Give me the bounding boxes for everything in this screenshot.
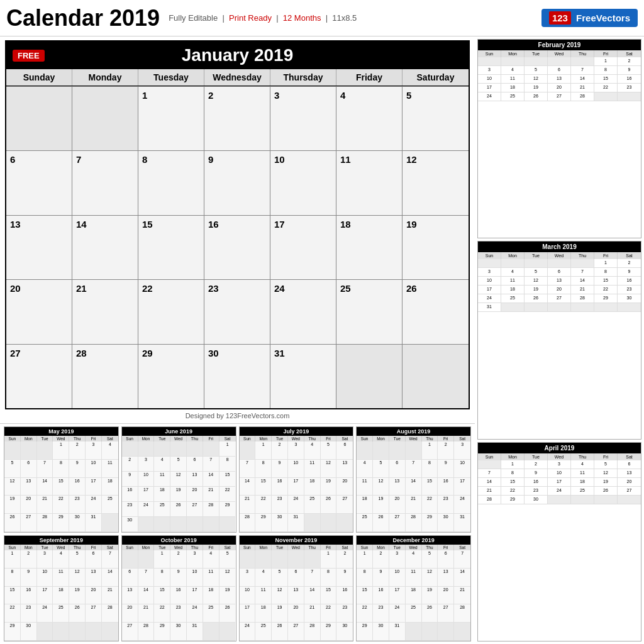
mini-cal-day: 15 [321,587,337,605]
calendar-day-cell: 31 [270,345,336,408]
small-cal-day: 25 [501,294,525,303]
mini-cal-day [102,514,118,532]
mini-cal-day: 28 [240,514,256,532]
mini-cal-day: 30 [170,623,187,641]
mini-cal-day: 13 [21,478,37,496]
mini-calendar: May 2019SunMonTueWedThuFriSat12345678910… [4,426,119,533]
small-cal-day [548,496,571,504]
mini-cal-day: 5 [170,457,187,472]
mini-cal-day: 24 [86,496,102,514]
mini-cal-day: 21 [240,496,256,514]
mini-cal-dow: SunMonTueWedThuFriSat [122,436,236,441]
mini-cal-day: 5 [69,550,86,569]
calendar-day-cell: 23 [204,280,270,343]
logo: 123 FreeVectors [541,9,638,27]
mini-calendar: September 2019SunMonTueWedThuFriSat12345… [4,535,119,641]
mini-cal-day: 13 [122,587,138,605]
small-cal-day: 23 [525,487,548,496]
mini-cal-day: 17 [240,604,256,623]
small-cal-day: 22 [501,487,525,496]
mini-cal-day: 9 [272,460,288,478]
mini-cal-day: 11 [154,472,170,487]
small-cal-day [525,259,548,268]
mini-dow-label: Tue [37,436,53,441]
small-cal-day: 7 [571,268,594,277]
logo-number: 123 [549,11,571,25]
mini-cal-day: 20 [187,487,203,502]
mini-cal-day: 20 [122,604,138,623]
mini-cal-day: 18 [357,496,373,514]
dow-label: Sat [618,252,641,259]
small-cal-day: 9 [618,66,641,75]
small-cal-day: 11 [501,75,525,84]
mini-cal-day: 2 [373,550,389,569]
calendar-day-cell: 6 [6,151,72,214]
mini-cal-day: 16 [336,587,353,605]
mini-cal-day: 25 [304,496,321,514]
small-cal-day: 18 [501,286,525,294]
mini-cal-day [154,517,170,532]
small-cal-day: 13 [548,277,571,286]
mini-cal-day: 10 [454,460,470,478]
mini-cal-body: 1234567891011121314151617181920212223242… [357,441,470,532]
mini-cal-day: 2 [122,457,138,472]
mini-cal-day [122,550,138,569]
calendar-day-cell: 21 [72,280,138,343]
mini-cal-dow: SunMonTueWedThuFriSat [4,545,118,550]
mini-cal-day: 12 [69,569,86,587]
small-cal-day: 9 [618,268,641,277]
mini-cal-day: 29 [4,623,21,641]
small-cal-day [548,303,571,312]
small-cal-day: 16 [525,478,548,487]
small-cal-day: 1 [594,259,618,268]
mini-dow-label: Fri [86,436,102,441]
mini-cal-title: November 2019 [240,536,353,545]
small-cal-day: 11 [571,469,594,478]
mini-cal-day: 26 [373,514,389,532]
mini-cal-day: 9 [438,460,454,478]
mini-cal-day: 5 [422,550,438,569]
mini-cal-day: 5 [321,441,337,460]
mini-cal-day: 30 [69,514,86,532]
small-cal-day: 22 [594,84,618,92]
calendar-day-cell [6,87,72,150]
mini-cal-day: 25 [154,502,170,517]
mini-cal-day: 28 [37,514,53,532]
mini-dow-label: Tue [154,545,170,550]
small-cal-day: 31 [478,303,501,312]
mini-cal-day: 4 [53,550,69,569]
mini-cal-day [219,517,236,532]
calendar-week-row: 12345 [6,86,469,150]
calendar-day-cell: 17 [270,216,336,279]
dow-label: Tue [525,453,548,460]
mini-dow-label: Sun [357,545,373,550]
calendar-day-cell: 28 [72,345,138,408]
dow-label: Fri [594,50,618,57]
mini-cal-day: 16 [438,478,454,496]
mini-cal-day: 29 [154,623,170,641]
mini-cal-body: 1234567891011121314151617181920212223242… [357,550,470,641]
small-cal-day: 10 [548,469,571,478]
small-cal-day [571,496,594,504]
mini-cal-day [53,623,69,641]
mini-cal-day: 16 [373,587,389,605]
mini-cal-day: 10 [187,569,203,587]
mini-cal-day [69,623,86,641]
mini-cal-day: 10 [389,569,406,587]
mini-cal-day [170,441,187,457]
mini-cal-day: 27 [288,623,304,641]
mini-cal-day: 1 [4,550,21,569]
mini-cal-day: 7 [138,569,155,587]
mini-cal-body: 1234567891011121314151617181920212223242… [240,441,353,532]
mini-dow-label: Mon [138,436,155,441]
mini-cal-day [304,514,321,532]
mini-cal-day: 29 [422,514,438,532]
mini-cal-day [138,550,155,569]
small-cal-day: 28 [478,496,501,504]
mini-cal-day: 21 [102,587,118,605]
small-cal-title: March 2019 [478,242,641,252]
small-cal-day: 6 [548,268,571,277]
small-cal-day: 25 [501,92,525,101]
mini-cal-day [406,623,422,641]
mini-dow-label: Thu [304,436,321,441]
